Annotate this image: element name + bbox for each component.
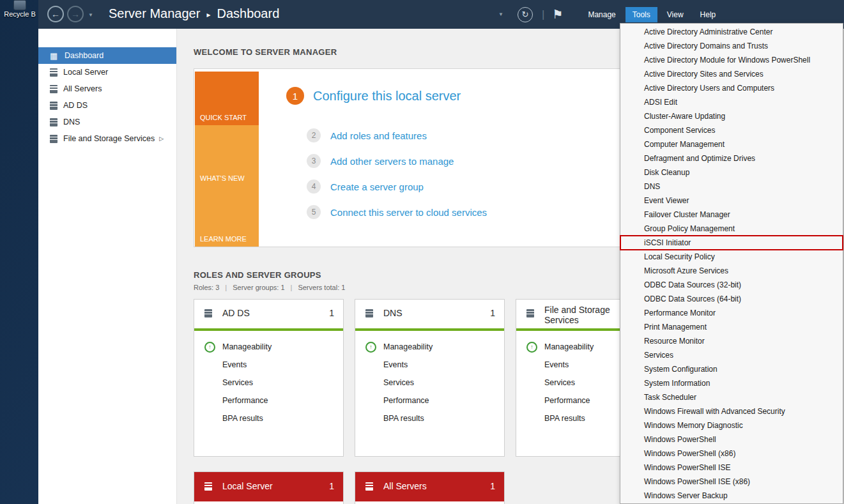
- forward-icon[interactable]: [67, 6, 84, 22]
- whats-new-tab[interactable]: WHAT'S NEW: [195, 125, 259, 186]
- manageability-up-icon: [526, 342, 537, 353]
- tile-item-label: BPA results: [544, 414, 585, 423]
- tools-menu-item[interactable]: Active Directory Domains and Trusts: [620, 39, 843, 53]
- sidebar-item-label: All Servers: [63, 84, 102, 93]
- tools-menu-item[interactable]: Services: [620, 348, 843, 362]
- add-roles-features-link[interactable]: Add roles and features: [330, 130, 427, 141]
- tools-menu-item[interactable]: Windows Server Backup: [620, 489, 843, 503]
- breadcrumb-separator: ▸: [206, 10, 210, 19]
- tile-item-bpa-results[interactable]: BPA results: [194, 409, 343, 427]
- status-tile-header[interactable]: Local Server 1: [194, 472, 343, 501]
- tile-item-label: Performance: [383, 396, 429, 405]
- role-tile-dns: DNS 1 Manageability Events Services Perf…: [355, 299, 505, 457]
- tile-item-bpa-results[interactable]: BPA results: [355, 409, 504, 427]
- sidebar-item-dashboard[interactable]: Dashboard: [38, 47, 176, 64]
- tile-count: 1: [329, 308, 334, 318]
- tile-item-services[interactable]: Services: [355, 374, 504, 392]
- tools-menu-item-iscsi-initiator[interactable]: iSCSI Initiator: [620, 236, 843, 250]
- back-icon[interactable]: [47, 6, 64, 22]
- configure-local-server-link[interactable]: Configure this local server: [313, 89, 461, 103]
- tile-item-manageability[interactable]: Manageability: [194, 338, 343, 356]
- tools-menu-item[interactable]: Windows PowerShell ISE: [620, 461, 843, 475]
- menu-manage[interactable]: Manage: [581, 7, 622, 22]
- tools-menu-item[interactable]: Performance Monitor: [620, 306, 843, 320]
- tile-item-events[interactable]: Events: [194, 356, 343, 374]
- tools-menu-item[interactable]: Component Services: [620, 123, 843, 137]
- status-tile-header[interactable]: All Servers 1: [355, 472, 504, 501]
- step-number-badge: 3: [307, 154, 321, 168]
- tools-menu-item[interactable]: Event Viewer: [620, 194, 843, 208]
- sidebar-item-all-servers[interactable]: All Servers: [38, 80, 176, 97]
- tools-menu-item[interactable]: Windows PowerShell ISE (x86): [620, 475, 843, 489]
- tools-menu-item[interactable]: ODBC Data Sources (32-bit): [620, 278, 843, 292]
- refresh-icon[interactable]: [518, 7, 533, 22]
- tile-item-manageability[interactable]: Manageability: [355, 338, 504, 356]
- tools-menu-item[interactable]: Windows PowerShell (x86): [620, 447, 843, 461]
- tools-menu-item[interactable]: ODBC Data Sources (64-bit): [620, 292, 843, 306]
- all-servers-icon: [50, 85, 58, 93]
- tools-menu-item[interactable]: Resource Monitor: [620, 334, 843, 348]
- status-tile-count: 1: [329, 481, 334, 491]
- tools-menu-item[interactable]: System Configuration: [620, 362, 843, 376]
- sidebar-item-file-storage-services[interactable]: File and Storage Services: [38, 130, 176, 147]
- tools-menu-item[interactable]: Defragment and Optimize Drives: [620, 151, 843, 165]
- tile-status-bar: [194, 328, 343, 331]
- menu-tools[interactable]: Tools: [625, 7, 657, 22]
- status-tile-local-server: Local Server 1: [194, 471, 344, 504]
- tile-item-label: Services: [544, 378, 575, 387]
- nav-history-dropdown-icon[interactable]: [88, 12, 93, 18]
- tools-menu-item[interactable]: Cluster-Aware Updating: [620, 109, 843, 123]
- breadcrumb-root[interactable]: Server Manager: [109, 6, 200, 21]
- tools-menu-item[interactable]: Local Security Policy: [620, 250, 843, 264]
- desktop: Recycle B Server Manager ▸ Dashboard | M…: [0, 0, 844, 504]
- tools-menu-item[interactable]: DNS: [620, 179, 843, 194]
- tools-menu-item[interactable]: Active Directory Users and Computers: [620, 81, 843, 95]
- toolbar-divider: |: [542, 8, 544, 21]
- quickstart-step-2: 2 Add roles and features: [307, 128, 427, 142]
- tools-menu-item[interactable]: Microsoft Azure Services: [620, 264, 843, 278]
- tools-menu-item[interactable]: Group Policy Management: [620, 222, 843, 236]
- connect-cloud-services-link[interactable]: Connect this server to cloud services: [330, 207, 487, 218]
- menu-help[interactable]: Help: [693, 7, 723, 22]
- tools-menu-item[interactable]: Windows PowerShell: [620, 432, 843, 447]
- tools-menu-item[interactable]: Failover Cluster Manager: [620, 208, 843, 222]
- tools-menu-item[interactable]: Active Directory Administrative Center: [620, 25, 843, 39]
- tile-item-events[interactable]: Events: [355, 356, 504, 374]
- tile-item-performance[interactable]: Performance: [355, 392, 504, 409]
- create-server-group-link[interactable]: Create a server group: [330, 181, 424, 192]
- notifications-flag-icon[interactable]: [552, 7, 563, 22]
- tile-count: 1: [490, 308, 495, 318]
- learn-more-tab[interactable]: LEARN MORE: [195, 186, 259, 247]
- tile-name: File and Storage Services: [544, 305, 620, 325]
- tools-menu-item[interactable]: Active Directory Module for Windows Powe…: [620, 53, 843, 67]
- tools-menu-item[interactable]: Print Management: [620, 320, 843, 334]
- tile-item-label: Events: [222, 360, 247, 369]
- add-other-servers-link[interactable]: Add other servers to manage: [330, 156, 454, 167]
- menu-view[interactable]: View: [660, 7, 691, 22]
- status-tile-name: All Servers: [383, 481, 427, 491]
- quickstart-tab[interactable]: QUICK START: [195, 72, 259, 125]
- tools-menu-item[interactable]: ADSI Edit: [620, 95, 843, 109]
- toolbar-dropdown-icon[interactable]: [498, 11, 503, 17]
- tile-item-services[interactable]: Services: [194, 374, 343, 392]
- dns-tile-icon: [365, 309, 373, 317]
- all-servers-tile-icon: [365, 482, 373, 491]
- tile-item-label: Events: [383, 360, 408, 369]
- sidebar-item-ad-ds[interactable]: AD DS: [38, 97, 176, 114]
- roles-section-title: ROLES AND SERVER GROUPS: [194, 270, 321, 280]
- tools-menu-item[interactable]: Windows Memory Diagnostic: [620, 418, 843, 432]
- menubar: Manage Tools View Help: [579, 7, 724, 22]
- step-number-badge: 5: [307, 205, 321, 219]
- sidebar-item-label: Local Server: [63, 68, 108, 77]
- tools-menu-item[interactable]: Windows Firewall with Advanced Security: [620, 404, 843, 418]
- sidebar-item-dns[interactable]: DNS: [38, 114, 176, 130]
- sidebar-item-local-server[interactable]: Local Server: [38, 64, 176, 80]
- tools-menu-item[interactable]: System Information: [620, 376, 843, 390]
- tools-menu-item[interactable]: Computer Management: [620, 137, 843, 151]
- quickstart-tab-label: QUICK START: [200, 114, 247, 121]
- recycle-bin[interactable]: Recycle B: [0, 0, 40, 18]
- tools-menu-item[interactable]: Active Directory Sites and Services: [620, 67, 843, 81]
- tools-menu-item[interactable]: Disk Cleanup: [620, 165, 843, 179]
- tile-item-performance[interactable]: Performance: [194, 392, 343, 409]
- tools-menu-item[interactable]: Task Scheduler: [620, 390, 843, 404]
